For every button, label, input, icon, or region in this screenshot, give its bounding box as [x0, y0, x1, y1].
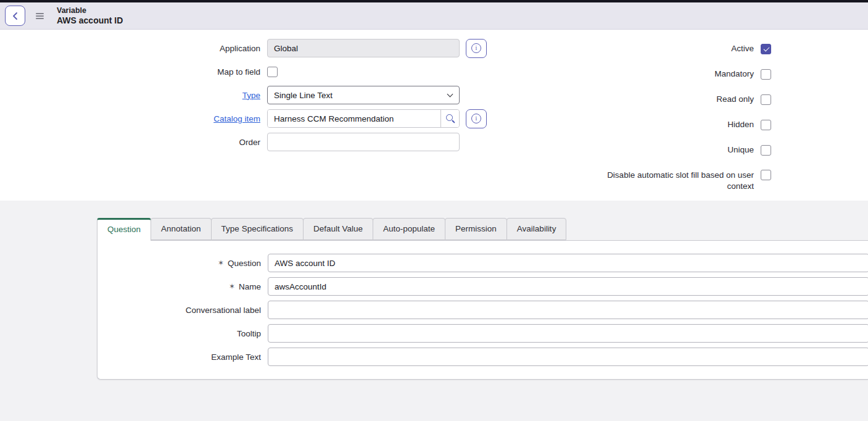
example-text-input[interactable]	[268, 348, 868, 366]
hidden-label: Hidden	[727, 119, 754, 130]
read-only-flag-row: Read only	[598, 94, 771, 105]
catalog-item-info-button[interactable]: i	[466, 109, 487, 128]
active-flag-row: Active	[598, 43, 771, 54]
catalog-item-input[interactable]	[268, 110, 440, 127]
type-row: Type Single Line Text	[0, 86, 487, 104]
info-circle-icon: i	[471, 43, 481, 53]
read-only-checkbox[interactable]	[761, 94, 771, 105]
info-circle-icon: i	[471, 114, 481, 123]
tooltip-field-row: Tooltip	[97, 324, 868, 343]
hamburger-menu-icon[interactable]	[33, 10, 46, 22]
name-field-row: ✶ Name	[97, 277, 868, 296]
active-checkbox[interactable]	[761, 44, 771, 54]
hidden-flag-row: Hidden	[598, 119, 771, 130]
application-label: Application	[0, 44, 267, 53]
tooltip-field-label: Tooltip	[97, 329, 268, 338]
magnifier-icon	[446, 114, 453, 121]
question-tab-panel: ✶ Question ✶ Name Conversational label T…	[97, 240, 868, 380]
example-text-label-text: Example Text	[211, 352, 261, 362]
form-flags-column: Active Mandatory Read only Hidden Unique…	[598, 43, 771, 206]
order-row: Order	[0, 133, 487, 151]
example-text-field-row: Example Text	[97, 348, 868, 366]
tooltip-input[interactable]	[268, 324, 868, 343]
application-input[interactable]	[267, 39, 460, 57]
unique-checkbox[interactable]	[761, 145, 771, 156]
map-to-field-row: Map to field	[0, 62, 487, 81]
tooltip-label-text: Tooltip	[237, 329, 261, 338]
tab-section: Question Annotation Type Specifications …	[0, 201, 868, 421]
tab-bar: Question Annotation Type Specifications …	[97, 218, 868, 240]
chevron-left-icon	[12, 12, 19, 20]
application-row: Application i	[0, 39, 487, 57]
name-field-label: ✶ Name	[97, 282, 268, 291]
tab-auto-populate[interactable]: Auto-populate	[373, 218, 445, 240]
unique-label: Unique	[727, 144, 754, 156]
tab-annotation[interactable]: Annotation	[151, 218, 212, 240]
main-form-section: Application i Map to field Type Single L…	[0, 30, 868, 201]
form-header: Variable AWS account ID	[0, 2, 868, 30]
page-title: AWS account ID	[57, 15, 123, 26]
name-input[interactable]	[268, 277, 868, 296]
map-to-field-label: Map to field	[0, 67, 267, 77]
order-input[interactable]	[267, 133, 460, 151]
required-asterisk-icon: ✶	[218, 259, 224, 267]
record-type-label: Variable	[57, 6, 123, 15]
mandatory-flag-row: Mandatory	[598, 69, 771, 80]
active-label: Active	[731, 43, 754, 54]
name-label-text: Name	[239, 282, 261, 291]
tab-question[interactable]: Question	[97, 218, 151, 241]
conversational-label-input[interactable]	[268, 301, 868, 319]
type-select[interactable]: Single Line Text	[267, 86, 460, 104]
tab-type-specifications[interactable]: Type Specifications	[211, 218, 304, 240]
required-asterisk-icon: ✶	[229, 283, 235, 290]
conversational-label-text: Conversational label	[186, 306, 261, 315]
tab-default-value[interactable]: Default Value	[303, 218, 373, 240]
question-input[interactable]	[268, 254, 868, 272]
type-link[interactable]: Type	[0, 91, 267, 100]
unique-flag-row: Unique	[598, 144, 771, 156]
question-label-text: Question	[228, 259, 261, 268]
catalog-item-search-button[interactable]	[440, 110, 459, 127]
type-select-wrap: Single Line Text	[267, 86, 460, 104]
tab-availability[interactable]: Availability	[506, 218, 567, 240]
conversational-label-field-label: Conversational label	[97, 306, 268, 315]
application-info-button[interactable]: i	[466, 39, 487, 58]
disable-slot-fill-flag-row: Disable automatic slot fill based on use…	[598, 170, 771, 192]
catalog-item-row: Catalog item i	[0, 109, 487, 128]
example-text-field-label: Example Text	[97, 352, 268, 362]
map-to-field-checkbox[interactable]	[267, 67, 278, 77]
tab-permission[interactable]: Permission	[445, 218, 507, 240]
read-only-label: Read only	[716, 94, 754, 105]
order-label: Order	[0, 138, 267, 147]
catalog-item-lookup	[267, 109, 460, 128]
mandatory-label: Mandatory	[714, 69, 754, 80]
question-field-row: ✶ Question	[97, 254, 868, 272]
conversational-label-field-row: Conversational label	[97, 301, 868, 319]
mandatory-checkbox[interactable]	[761, 69, 771, 80]
disable-slot-fill-label: Disable automatic slot fill based on use…	[598, 170, 754, 192]
catalog-item-link[interactable]: Catalog item	[0, 114, 267, 123]
back-button[interactable]	[5, 6, 25, 26]
question-field-label: ✶ Question	[97, 259, 268, 268]
hidden-checkbox[interactable]	[761, 120, 771, 130]
header-title-block: Variable AWS account ID	[57, 6, 123, 26]
disable-slot-fill-checkbox[interactable]	[761, 170, 771, 180]
form-left-column: Application i Map to field Type Single L…	[0, 39, 487, 156]
